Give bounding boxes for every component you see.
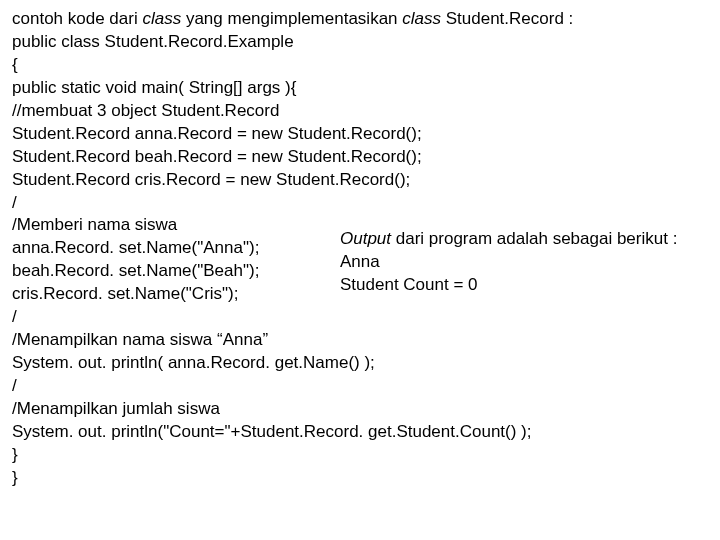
output-text-post: dari program adalah sebagai berikut : — [391, 229, 677, 248]
code-line-6: Student.Record beah.Record = new Student… — [12, 146, 708, 169]
text-mid: yang mengimplementasikan — [181, 9, 402, 28]
code-line-7: Student.Record cris.Record = new Student… — [12, 169, 708, 192]
code-line-18: System. out. println("Count="+Student.Re… — [12, 421, 708, 444]
code-line-4: //membuat 3 object Student.Record — [12, 100, 708, 123]
code-line-13: / — [12, 306, 708, 329]
code-line-16: / — [12, 375, 708, 398]
code-line-15: System. out. println( anna.Record. get.N… — [12, 352, 708, 375]
italic-class-2: class — [402, 9, 441, 28]
output-italic: Output — [340, 229, 391, 248]
italic-class-1: class — [142, 9, 181, 28]
code-line-20: } — [12, 467, 708, 490]
output-line-2: Student Count = 0 — [340, 274, 700, 297]
code-line-17: /Menampilkan jumlah siswa — [12, 398, 708, 421]
output-line-1: Anna — [340, 251, 700, 274]
code-line-3: public static void main( String[] args )… — [12, 77, 708, 100]
text-pre: contoh kode dari — [12, 9, 142, 28]
output-line-0: Output dari program adalah sebagai berik… — [340, 228, 700, 251]
code-line-14: /Menampilkan nama siswa “Anna” — [12, 329, 708, 352]
code-line-1: public class Student.Record.Example — [12, 31, 708, 54]
text-post: Student.Record : — [441, 9, 573, 28]
output-block: Output dari program adalah sebagai berik… — [340, 228, 700, 297]
code-line-19: } — [12, 444, 708, 467]
code-line-0: contoh kode dari class yang mengimplemen… — [12, 8, 708, 31]
code-line-8: / — [12, 192, 708, 215]
code-line-2: { — [12, 54, 708, 77]
code-line-5: Student.Record anna.Record = new Student… — [12, 123, 708, 146]
